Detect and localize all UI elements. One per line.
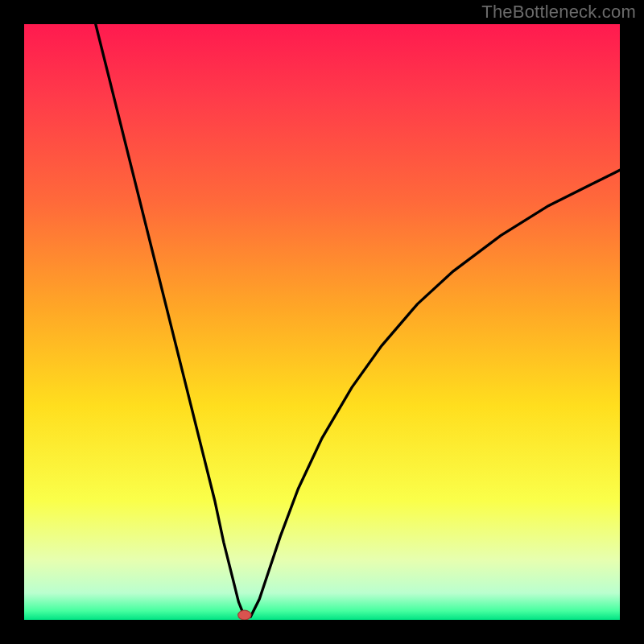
minimum-marker	[238, 610, 251, 620]
chart-frame: TheBottleneck.com	[0, 0, 644, 644]
plot-background	[24, 24, 620, 620]
watermark-text: TheBottleneck.com	[481, 2, 636, 23]
bottleneck-chart	[24, 24, 620, 620]
